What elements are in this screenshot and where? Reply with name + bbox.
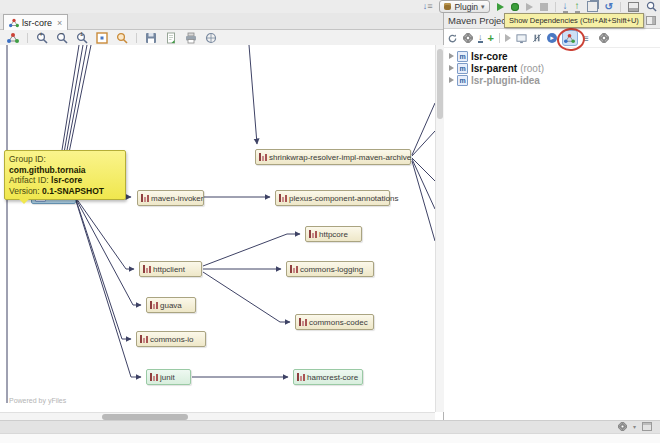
open-preview-icon[interactable]: [205, 32, 217, 44]
dependency-graph-canvas[interactable]: shrinkwrap-resolver-impl-maven-archive m…: [0, 45, 435, 412]
run-button[interactable]: [497, 3, 504, 11]
run-configuration-dropdown[interactable]: Plugin ▾: [439, 0, 489, 13]
tree-item-suffix: (root): [520, 63, 544, 74]
powered-by-label: Powered by yFiles: [9, 397, 66, 404]
library-icon: [143, 265, 151, 273]
undo-button[interactable]: ↺: [605, 1, 613, 12]
graph-node[interactable]: plexus-component-annotations: [275, 190, 390, 206]
offline-mode-icon[interactable]: [516, 33, 527, 44]
maven-projects-panel: Maven Projects ▾ ↓ + ▸ ≡ m lsr-core: [444, 13, 660, 420]
zoom-out-icon[interactable]: −: [56, 32, 68, 44]
search-icon[interactable]: [646, 1, 657, 12]
stop-button[interactable]: [540, 3, 548, 11]
graph-node[interactable]: shrinkwrap-resolver-impl-maven-archive: [255, 149, 411, 165]
toolwindow-icon[interactable]: [628, 2, 639, 12]
window-icon[interactable]: [642, 422, 652, 431]
library-icon: [279, 194, 287, 202]
save-icon[interactable]: [145, 32, 157, 44]
diff-icon[interactable]: [587, 1, 598, 12]
execute-goal-icon[interactable]: [505, 34, 511, 42]
scrollbar-thumb[interactable]: [437, 49, 443, 119]
tab-label: lsr-core: [22, 18, 52, 28]
generate-sources-icon[interactable]: [463, 33, 473, 43]
library-icon: [297, 373, 305, 381]
tree-item-lsr-plugin-idea[interactable]: m lsr-plugin-idea: [444, 74, 660, 86]
tree-item-label: lsr-parent: [471, 63, 517, 74]
library-icon: [140, 335, 148, 343]
graph-node[interactable]: junit: [146, 369, 191, 385]
tab-lsr-core[interactable]: lsr-core ×: [3, 14, 68, 30]
band-icons: ▾: [618, 422, 652, 431]
tree-item-label: lsr-plugin-idea: [471, 75, 540, 86]
node-label: plexus-component-annotations: [289, 194, 398, 203]
node-label: junit: [160, 373, 175, 382]
node-label: httpclient: [153, 265, 185, 274]
chevron-down-icon: ▾: [481, 3, 485, 11]
node-label: commons-io: [150, 335, 194, 344]
layout-settings-icon[interactable]: [7, 32, 19, 44]
panel-toolbar: ↓ + ▸ ≡: [444, 29, 660, 48]
toolbar-separator: [620, 2, 621, 12]
hide-panel-icon[interactable]: [646, 16, 656, 25]
gear-icon[interactable]: [618, 422, 627, 431]
graph-node[interactable]: guava: [146, 297, 196, 313]
maven-module-icon: m: [457, 63, 468, 74]
node-label: hamcrest-core: [307, 373, 358, 382]
tree-item-lsr-core[interactable]: m lsr-core: [444, 50, 660, 62]
vcs-commit-button[interactable]: ↑: [575, 0, 580, 13]
library-icon: [259, 153, 267, 161]
add-project-icon[interactable]: +: [488, 32, 494, 44]
coverage-button[interactable]: [511, 3, 519, 11]
bottom-gray-band: ▾: [0, 420, 660, 434]
zoom-region-icon[interactable]: [116, 32, 128, 44]
tree-item-lsr-parent[interactable]: m lsr-parent (root): [444, 62, 660, 74]
run-config-label: Plugin: [454, 2, 478, 12]
reimport-icon[interactable]: [447, 33, 458, 44]
toolbar-separator: [555, 2, 556, 12]
vertical-scrollbar[interactable]: [435, 45, 444, 412]
graph-node[interactable]: commons-codec: [295, 314, 374, 330]
navigate-icon[interactable]: ▸: [547, 33, 557, 43]
toolbar-separator: [136, 33, 137, 43]
expand-arrow-icon[interactable]: [449, 53, 454, 59]
graph-node[interactable]: httpcore: [305, 226, 362, 242]
graph-node[interactable]: commons-io: [136, 331, 206, 347]
library-icon: [141, 194, 149, 202]
node-label: httpcore: [319, 230, 348, 239]
library-icon: [150, 373, 158, 381]
maven-module-icon: m: [457, 51, 468, 62]
node-label: shrinkwrap-resolver-impl-maven-archive: [269, 153, 411, 162]
chevron-down-icon: ▾: [633, 423, 636, 430]
skip-tests-icon[interactable]: [532, 33, 542, 43]
expand-arrow-icon[interactable]: [449, 77, 454, 83]
print-icon[interactable]: [185, 32, 197, 44]
graph-node[interactable]: httpclient: [139, 261, 202, 277]
maven-module-icon: m: [457, 75, 468, 86]
main-toolbar: ↓≡ Plugin ▾ ↓ ↑ ↺: [423, 0, 657, 13]
toolbar-separator: [499, 33, 500, 43]
maven-projects-tree: m lsr-core m lsr-parent (root) m lsr-plu…: [444, 48, 660, 86]
zoom-in-icon[interactable]: +: [36, 32, 48, 44]
graph-node[interactable]: maven-invoker: [137, 190, 204, 206]
tree-item-label: lsr-core: [471, 51, 508, 62]
vcs-update-button[interactable]: ↓: [563, 0, 568, 13]
library-icon: [299, 318, 307, 326]
node-info-tooltip: Group ID: com.github.tornaia Artifact ID…: [4, 150, 126, 200]
sort-icon[interactable]: ↓≡: [423, 0, 433, 13]
node-label: commons-codec: [309, 318, 368, 327]
download-sources-icon[interactable]: ↓: [478, 33, 483, 43]
status-bar: [0, 433, 660, 443]
graph-node[interactable]: commons-logging: [286, 261, 374, 277]
node-label: guava: [160, 301, 182, 310]
expand-arrow-icon[interactable]: [449, 65, 454, 71]
actual-size-icon[interactable]: 1: [76, 32, 88, 44]
library-icon: [290, 265, 298, 273]
library-icon: [150, 301, 158, 309]
close-icon[interactable]: ×: [57, 18, 62, 28]
fit-content-icon[interactable]: [96, 32, 108, 44]
profile-button[interactable]: [526, 3, 533, 11]
export-image-icon[interactable]: [165, 32, 177, 44]
maven-settings-icon[interactable]: [599, 33, 609, 43]
show-dependencies-tooltip: Show Dependencies (Ctrl+Alt+Shift+U): [504, 13, 644, 28]
graph-node[interactable]: hamcrest-core: [293, 369, 363, 385]
